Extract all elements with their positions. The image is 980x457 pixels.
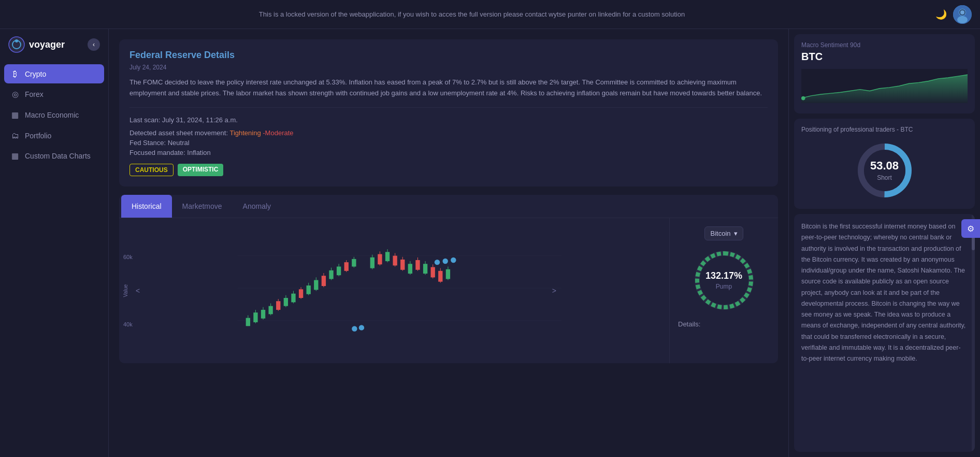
gauge-text: 132.17% Pump <box>705 270 742 290</box>
main-panel: Federal Reserve Details July 24, 2024 Th… <box>109 29 788 457</box>
focused-mandate-row: Focused mandate: Inflation <box>129 149 768 156</box>
candlestick-chart <box>135 223 664 348</box>
chart-nav-right-button[interactable]: > <box>552 287 556 295</box>
macro-sentiment-card: Macro Sentiment 90d BTC <box>794 34 975 113</box>
crypto-icon: ₿ <box>10 69 20 78</box>
right-sidebar: Macro Sentiment 90d BTC <box>788 29 980 457</box>
dropdown-chevron-icon: ▾ <box>734 230 738 237</box>
y-label-60k: 60k <box>123 254 133 260</box>
content-area: Federal Reserve Details July 24, 2024 Th… <box>109 29 980 457</box>
svg-point-5 <box>9 37 24 52</box>
app-name: voyager <box>29 39 65 50</box>
svg-point-73 <box>801 96 805 101</box>
donut-text: 53.08 Short <box>870 159 899 182</box>
portfolio-icon: 🗂 <box>10 131 20 140</box>
svg-point-68 <box>451 257 456 262</box>
description-card: Bitcoin is the first successful internet… <box>794 214 975 452</box>
federal-reserve-body: The FOMC decided to leave the policy int… <box>129 77 768 99</box>
svg-rect-63 <box>438 270 442 281</box>
pump-panel: Bitcoin ▾ <box>669 218 778 363</box>
svg-rect-8 <box>237 223 561 348</box>
chart-nav-left-button[interactable]: < <box>136 287 140 295</box>
card-divider <box>129 107 768 108</box>
tab-marketmove[interactable]: Marketmove <box>172 195 233 218</box>
positioning-card: Positioning of professional traders - BT… <box>794 119 975 209</box>
y-label-40k: 40k <box>123 321 133 327</box>
sidebar-item-label-portfolio: Portfolio <box>25 132 51 140</box>
svg-rect-51 <box>393 255 397 265</box>
svg-rect-61 <box>431 267 435 277</box>
svg-rect-41 <box>352 259 356 266</box>
description-text: Bitcoin is the first successful internet… <box>801 221 968 364</box>
sidebar-item-custom-charts[interactable]: ▦ Custom Data Charts <box>4 146 104 166</box>
gauge-value: 132.17% <box>705 270 742 281</box>
gauge-label: Pump <box>716 282 732 290</box>
svg-rect-25 <box>291 293 295 302</box>
svg-point-7 <box>15 39 18 42</box>
settings-button[interactable]: ⚙ <box>961 219 980 238</box>
historical-tabs-card: Historical Marketmove Anomaly 60k 40k Va… <box>119 195 778 363</box>
svg-rect-27 <box>299 289 303 298</box>
asset-sheet-label: Detected asset sheet movement: <box>129 129 228 137</box>
topbar-message: This is a locked version of the webappli… <box>8 10 935 18</box>
user-avatar[interactable] <box>953 5 972 24</box>
app-logo: voyager ‹ <box>0 29 108 60</box>
pump-details-label: Details: <box>678 320 700 328</box>
sidebar-nav: ₿ Crypto ◎ Forex ▦ Macro Economic 🗂 Port… <box>0 60 108 170</box>
settings-icon: ⚙ <box>967 224 974 234</box>
chart-axis-label: Value <box>123 284 128 297</box>
svg-rect-47 <box>378 254 382 264</box>
sidebar-item-crypto[interactable]: ₿ Crypto <box>4 64 104 83</box>
svg-rect-37 <box>337 266 341 275</box>
sidebar-toggle-button[interactable]: ‹ <box>88 38 100 51</box>
tab-anomaly[interactable]: Anomaly <box>233 195 281 218</box>
optimistic-badge: OPTIMISTIC <box>178 164 224 176</box>
svg-rect-59 <box>423 264 427 274</box>
svg-rect-49 <box>385 252 390 261</box>
donut-label: Short <box>877 174 892 181</box>
tabs-body: 60k 40k Value <box>119 218 778 363</box>
mini-chart-svg <box>801 68 968 104</box>
asset-sheet-row: Detected asset sheet movement: Tightenin… <box>129 129 768 137</box>
donut-container: 53.08 Short <box>854 139 916 202</box>
positioning-title: Positioning of professional traders - BT… <box>801 126 913 133</box>
macro-icon: ▦ <box>10 110 20 120</box>
sidebar-item-label-custom: Custom Data Charts <box>25 152 91 160</box>
svg-rect-39 <box>344 262 349 271</box>
scrollbar-track <box>972 214 975 452</box>
svg-point-4 <box>960 10 964 15</box>
svg-point-67 <box>442 258 448 263</box>
pump-gauge: 132.17% Pump <box>690 247 758 314</box>
federal-reserve-card: Federal Reserve Details July 24, 2024 Th… <box>119 39 778 187</box>
sidebar-item-forex[interactable]: ◎ Forex <box>4 84 104 104</box>
svg-rect-21 <box>276 301 280 310</box>
theme-toggle-icon[interactable]: 🌙 <box>935 9 947 20</box>
svg-rect-57 <box>415 260 420 270</box>
federal-reserve-title: Federal Reserve Details <box>129 50 768 61</box>
svg-rect-29 <box>307 285 311 294</box>
sidebar-item-label-macro: Macro Economic <box>25 111 79 119</box>
logo-icon <box>8 36 25 53</box>
svg-point-42 <box>352 326 357 331</box>
sidebar-item-label-forex: Forex <box>25 90 44 98</box>
tab-historical[interactable]: Historical <box>121 195 172 218</box>
sidebar-item-macro[interactable]: ▦ Macro Economic <box>4 105 104 125</box>
svg-rect-35 <box>329 270 333 279</box>
badge-row: CAUTIOUS OPTIMISTIC <box>129 164 768 176</box>
donut-value: 53.08 <box>870 159 899 173</box>
svg-rect-55 <box>408 264 412 274</box>
sidebar-item-portfolio[interactable]: 🗂 Portfolio <box>4 126 104 145</box>
svg-point-2 <box>957 16 968 23</box>
svg-rect-13 <box>246 318 250 326</box>
svg-rect-19 <box>268 306 272 314</box>
svg-rect-53 <box>400 260 405 270</box>
topbar: This is a locked version of the webappli… <box>0 0 980 29</box>
bitcoin-dropdown[interactable]: Bitcoin ▾ <box>704 226 743 240</box>
chart-area: 60k 40k Value <box>119 218 669 363</box>
svg-rect-15 <box>253 312 257 322</box>
fed-stance-row: Fed Stance: Neutral <box>129 139 768 147</box>
dropdown-label: Bitcoin <box>710 230 730 237</box>
svg-rect-45 <box>370 257 374 268</box>
cautious-badge: CAUTIOUS <box>129 164 174 176</box>
svg-rect-17 <box>261 310 265 319</box>
